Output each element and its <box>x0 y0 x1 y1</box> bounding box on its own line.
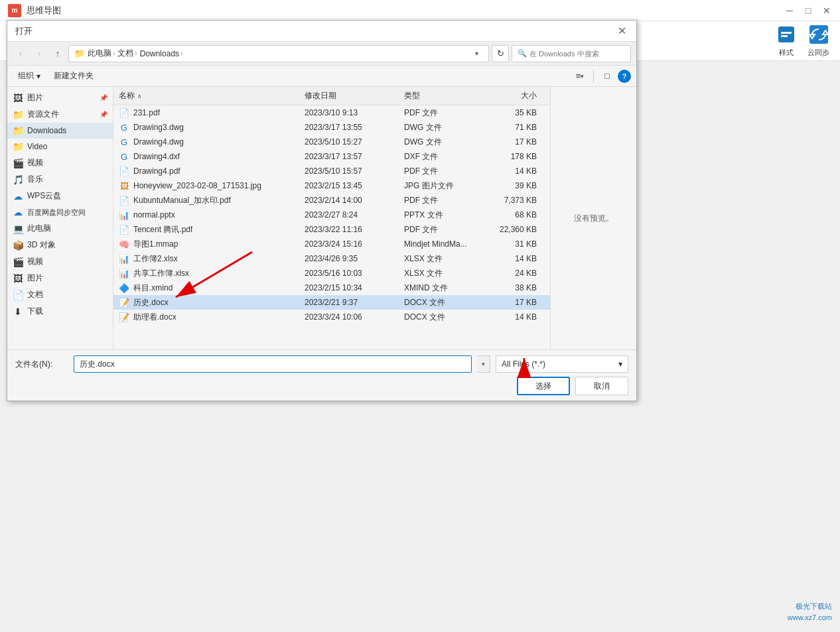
file-name: normal.pptx <box>133 210 175 220</box>
table-row[interactable]: 📄 231.pdf 2023/3/10 9:13 PDF 文件 35 KB <box>113 105 550 120</box>
address-dropdown-button[interactable]: ▾ <box>470 45 483 62</box>
file-type-icon: G <box>119 122 129 133</box>
filename-input[interactable] <box>74 355 472 373</box>
file-name: 助理着.docx <box>133 312 176 323</box>
preview-area: 没有预览。 <box>550 87 636 349</box>
sidebar-item-pc-pictures[interactable]: 🖼 图片 <box>7 270 113 286</box>
col-type-header[interactable]: 类型 <box>404 90 484 101</box>
this-pc-icon: 💻 <box>13 223 23 234</box>
preview-panel-button[interactable]: □ <box>599 68 615 84</box>
sidebar-item-downloads[interactable]: 📁 Downloads <box>7 123 113 139</box>
table-row[interactable]: 📄 KubuntuManual_加水印.pdf 2023/2/14 14:00 … <box>113 193 550 208</box>
sidebar-item-baidu-cloud[interactable]: ☁ 百度网盘同步空间 <box>7 204 113 220</box>
sort-arrow: ∧ <box>137 93 142 99</box>
table-row[interactable]: 📝 助理着.docx 2023/3/24 10:06 DOCX 文件 14 KB <box>113 310 550 324</box>
col-size-header[interactable]: 大小 <box>484 90 537 101</box>
sidebar-item-documents[interactable]: 📄 文档 <box>7 286 113 303</box>
file-type: DOCX 文件 <box>404 312 484 323</box>
table-row[interactable]: 📊 normal.pptx 2023/2/27 8:24 PPTX 文件 68 … <box>113 208 550 222</box>
wps-cloud-icon: ☁ <box>13 191 23 202</box>
file-name-cell: 📝 历史.docx <box>119 297 305 308</box>
table-row[interactable]: 🔷 科目.xmind 2023/2/15 10:34 XMIND 文件 38 K… <box>113 281 550 295</box>
table-row[interactable]: 🧠 导图1.mmap 2023/3/24 15:16 Mindjet MindM… <box>113 237 550 251</box>
filetype-select[interactable]: All Files (*.*) ▾ <box>496 355 628 373</box>
file-type-icon: 🧠 <box>119 239 129 249</box>
new-folder-button[interactable]: 新建文件夹 <box>48 68 99 84</box>
sidebar-item-this-pc[interactable]: 💻 此电脑 <box>7 220 113 237</box>
table-row[interactable]: G Drawing4.dwg 2023/5/10 15:27 DWG 文件 17… <box>113 135 550 149</box>
file-type-icon: 📄 <box>119 107 129 118</box>
search-box[interactable]: 🔍 <box>512 45 631 62</box>
file-type: PDF 文件 <box>404 107 484 119</box>
table-row[interactable]: 📊 工作簿2.xlsx 2023/4/26 9:35 XLSX 文件 14 KB <box>113 251 550 266</box>
col-name-header[interactable]: 名称 ∧ <box>119 90 305 101</box>
file-date: 2023/2/27 8:24 <box>305 210 404 220</box>
search-input[interactable] <box>529 50 625 58</box>
file-date: 2023/5/10 15:27 <box>305 137 404 147</box>
file-type: PDF 文件 <box>404 166 484 177</box>
file-dialog: 打开 ✕ ‹ › ↑ 📁 此电脑 › 文档 › Downloads › ▾ ↻ … <box>7 20 637 401</box>
file-date: 2023/2/21 9:37 <box>305 298 404 307</box>
file-list-header: 名称 ∧ 修改日期 类型 大小 <box>113 87 550 105</box>
view-icon: ≡ <box>576 71 581 81</box>
sidebar-item-label: 视频 <box>27 157 43 168</box>
nav-up-button[interactable]: ↑ <box>50 46 66 62</box>
sidebar-item-label: 3D 对象 <box>27 239 56 251</box>
sidebar-item-label: 图片 <box>27 92 43 103</box>
dialog-close-button[interactable]: ✕ <box>615 25 628 38</box>
help-button[interactable]: ? <box>618 70 631 83</box>
sidebar-item-label: 文档 <box>27 289 43 300</box>
no-preview-text: 没有预览。 <box>574 213 614 224</box>
nav-forward-button[interactable]: › <box>31 46 47 62</box>
sidebar-item-resources[interactable]: 📁 资源文件 📌 <box>7 106 113 123</box>
dialog-footer: 文件名(N): ▾ All Files (*.*) ▾ 选择 取消 <box>7 349 636 401</box>
file-type: DXF 文件 <box>404 151 484 162</box>
minimize-button[interactable]: ─ <box>784 5 795 16</box>
file-name-cell: 📊 共享工作簿.xlsx <box>119 268 305 279</box>
file-date: 2023/2/15 10:34 <box>305 283 404 292</box>
sidebar-item-3d-objects[interactable]: 📦 3D 对象 <box>7 237 113 253</box>
table-row[interactable]: G Drawing4.dxf 2023/3/17 13:57 DXF 文件 17… <box>113 149 550 164</box>
file-size: 71 KB <box>484 123 537 132</box>
sidebar-item-downloads2[interactable]: ⬇ 下载 <box>7 303 113 320</box>
sidebar-item-wps-cloud[interactable]: ☁ WPS云盘 <box>7 188 113 204</box>
organize-button[interactable]: 组织 ▾ <box>13 68 46 84</box>
table-row[interactable]: 📄 Tencent 腾讯.pdf 2023/3/22 11:16 PDF 文件 … <box>113 222 550 237</box>
address-bar[interactable]: 📁 此电脑 › 文档 › Downloads › ▾ <box>68 45 489 62</box>
file-type: XLSX 文件 <box>404 268 484 279</box>
sidebar-item-music[interactable]: 🎵 音乐 <box>7 171 113 188</box>
table-row[interactable]: G Drawing3.dwg 2023/3/17 13:55 DWG 文件 71… <box>113 120 550 135</box>
dialog-body: 🖼 图片 📌 📁 资源文件 📌 📁 Downloads 📁 Video 🎬 视频 <box>7 87 636 349</box>
table-row[interactable]: 📊 共享工作簿.xlsx 2023/5/16 10:03 XLSX 文件 24 … <box>113 266 550 281</box>
col-date-header[interactable]: 修改日期 <box>305 90 404 101</box>
baidu-cloud-icon: ☁ <box>13 207 23 218</box>
file-type-icon: 🖼 <box>119 180 129 191</box>
file-list-area: 名称 ∧ 修改日期 类型 大小 📄 231.pdf 2023/3/10 9:13… <box>113 87 550 349</box>
file-date: 2023/5/10 15:57 <box>305 166 404 176</box>
file-type: DOCX 文件 <box>404 297 484 308</box>
view-mode-button[interactable]: ≡ ▾ <box>572 68 588 84</box>
sidebar-item-pc-videos[interactable]: 🎬 视频 <box>7 253 113 270</box>
sidebar-item-label: 下载 <box>27 306 43 317</box>
file-name: Drawing4.dwg <box>133 137 184 147</box>
dialog-titlebar: 打开 ✕ <box>7 21 636 42</box>
style-toolbar-btn[interactable]: 样式 <box>776 24 797 58</box>
file-list-scroll[interactable]: 📄 231.pdf 2023/3/10 9:13 PDF 文件 35 KB G … <box>113 105 550 349</box>
maximize-button[interactable]: □ <box>803 5 813 16</box>
close-button[interactable]: ✕ <box>821 5 832 16</box>
refresh-button[interactable]: ↻ <box>492 45 509 62</box>
table-row[interactable]: 🖼 Honeyview_2023-02-08_171531.jpg 2023/2… <box>113 178 550 193</box>
nav-back-button[interactable]: ‹ <box>13 46 29 62</box>
sidebar-item-videos[interactable]: 🎬 视频 <box>7 155 113 171</box>
sidebar-item-video[interactable]: 📁 Video <box>7 139 113 155</box>
sidebar-item-pictures[interactable]: 🖼 图片 📌 <box>7 90 113 106</box>
filename-dropdown[interactable]: ▾ <box>477 355 490 373</box>
cancel-button[interactable]: 取消 <box>575 377 628 395</box>
table-row[interactable]: 📄 Drawing4.pdf 2023/5/10 15:57 PDF 文件 14… <box>113 164 550 178</box>
file-name-cell: 🖼 Honeyview_2023-02-08_171531.jpg <box>119 180 305 191</box>
select-button[interactable]: 选择 <box>517 377 570 395</box>
table-row[interactable]: 📝 历史.docx 2023/2/21 9:37 DOCX 文件 17 KB <box>113 295 550 310</box>
file-type: XLSX 文件 <box>404 253 484 265</box>
file-name: 科目.xmind <box>133 283 173 294</box>
sync-toolbar-btn[interactable]: 云同步 <box>807 24 829 58</box>
